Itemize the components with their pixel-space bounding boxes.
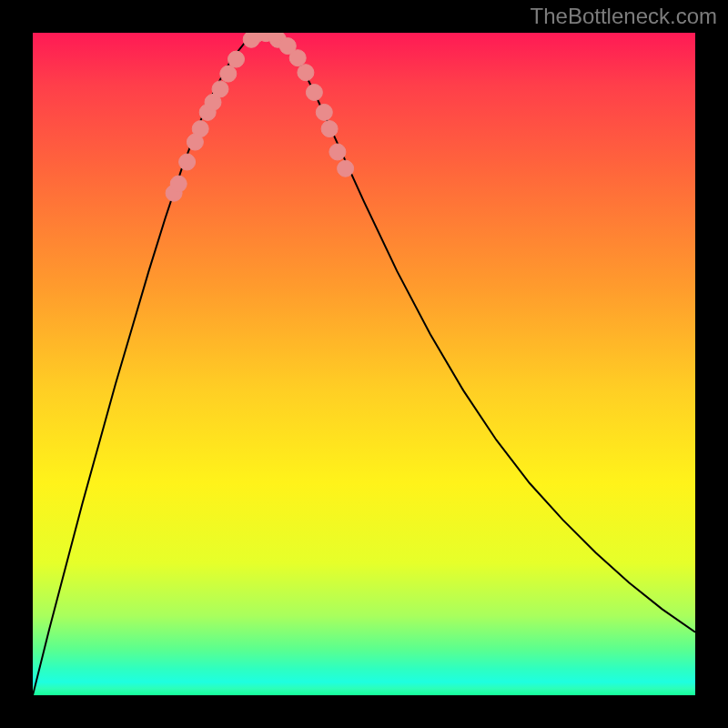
scatter-dot [170,176,187,192]
scatter-dot [329,144,346,160]
scatter-dot [306,85,322,101]
scatter-dot [321,121,338,137]
scatter-dot [220,66,237,82]
scatter-dot [298,65,314,81]
scatter-dot [179,154,196,170]
scatter-dot [316,104,332,120]
scatter-dot [338,160,354,177]
scatter-dot [289,50,306,66]
scatter-dot [228,51,245,67]
scatter-dots [166,33,354,201]
watermark-text: TheBottleneck.com [531,4,717,29]
scatter-dot [212,81,228,97]
chart-svg [33,33,695,695]
bottleneck-curve [33,35,695,696]
chart-frame: TheBottleneck.com [0,0,728,728]
plot-area [33,33,695,695]
scatter-dot [192,121,208,137]
